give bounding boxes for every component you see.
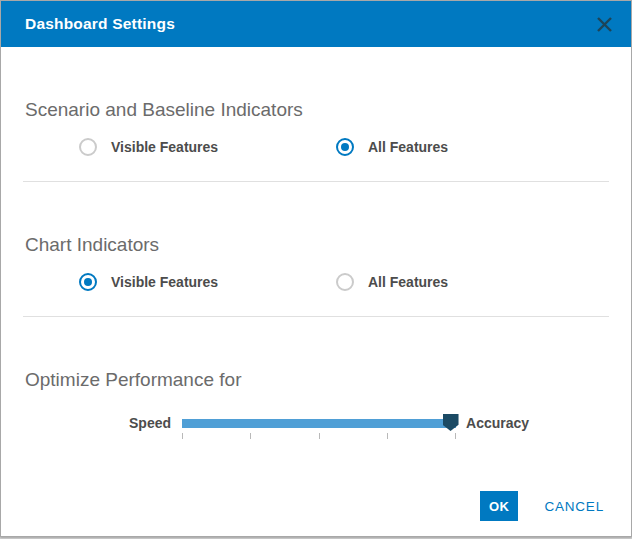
ok-button[interactable]: OK xyxy=(480,491,519,521)
section-divider xyxy=(23,181,609,182)
slider-track[interactable] xyxy=(182,419,456,428)
radio-option-visible-features[interactable]: Visible Features xyxy=(79,138,336,156)
radio-option-label: All Features xyxy=(368,139,448,155)
slider-ticks xyxy=(182,433,456,439)
performance-slider-row: Speed Accuracy xyxy=(129,415,609,431)
radio-button-icon xyxy=(336,273,354,291)
close-icon[interactable] xyxy=(594,14,614,34)
dialog-header: Dashboard Settings xyxy=(1,1,631,47)
dashboard-settings-dialog: Dashboard Settings Scenario and Baseline… xyxy=(0,0,632,537)
radio-option-visible-features[interactable]: Visible Features xyxy=(79,273,336,291)
radio-button-icon xyxy=(336,138,354,156)
slider-handle[interactable] xyxy=(443,414,459,431)
radio-option-all-features[interactable]: All Features xyxy=(336,138,448,156)
radio-option-label: Visible Features xyxy=(111,139,218,155)
slider-max-label: Accuracy xyxy=(466,415,529,431)
radio-option-label: Visible Features xyxy=(111,274,218,290)
radio-button-icon xyxy=(79,273,97,291)
performance-slider[interactable] xyxy=(182,419,456,428)
slider-min-label: Speed xyxy=(129,415,171,431)
radio-option-all-features[interactable]: All Features xyxy=(336,273,448,291)
radio-button-icon xyxy=(79,138,97,156)
dialog-body: Scenario and Baseline Indicators Visible… xyxy=(1,99,631,431)
scenario-options-row: Visible Features All Features xyxy=(23,138,609,156)
dialog-title: Dashboard Settings xyxy=(25,15,175,33)
section-title-optimize-performance: Optimize Performance for xyxy=(25,369,609,391)
chart-options-row: Visible Features All Features xyxy=(23,273,609,291)
cancel-button[interactable]: CANCEL xyxy=(544,499,604,514)
radio-option-label: All Features xyxy=(368,274,448,290)
dialog-footer: OK CANCEL xyxy=(480,491,604,521)
section-title-scenario-baseline-indicators: Scenario and Baseline Indicators xyxy=(25,99,609,121)
section-title-chart-indicators: Chart Indicators xyxy=(25,234,609,256)
section-divider xyxy=(23,316,609,317)
